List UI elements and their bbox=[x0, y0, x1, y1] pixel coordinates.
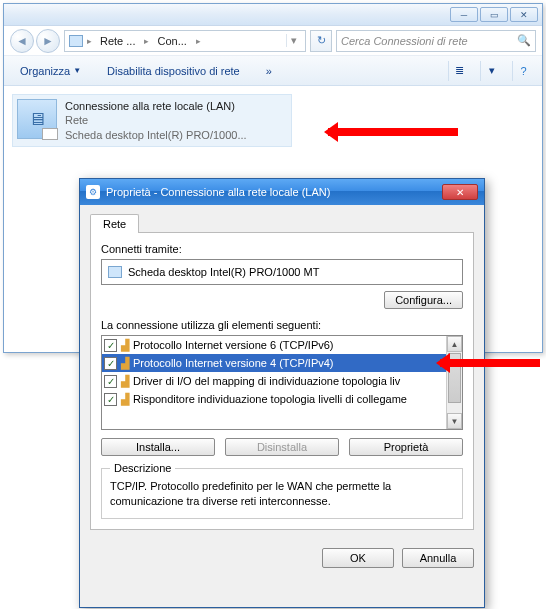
uses-label: La connessione utilizza gli elementi seg… bbox=[101, 319, 463, 331]
organize-button[interactable]: Organizza ▼ bbox=[12, 62, 89, 80]
connection-title: Connessione alla rete locale (LAN) bbox=[65, 99, 247, 113]
nav-back-forward: ◄ ► bbox=[10, 29, 60, 53]
adapter-icon bbox=[108, 266, 122, 278]
connect-via-label: Connetti tramite: bbox=[101, 243, 463, 255]
components-listbox: ✓▟Protocollo Internet versione 6 (TCP/IP… bbox=[101, 335, 463, 430]
scrollbar[interactable]: ▲ ▼ bbox=[446, 336, 462, 429]
dialog-titlebar: ⚙ Proprietà - Connessione alla rete loca… bbox=[80, 179, 484, 205]
protocol-icon: ▟ bbox=[121, 357, 129, 370]
uninstall-button: Disinstalla bbox=[225, 438, 339, 456]
chevron-right-icon: ▸ bbox=[87, 36, 92, 46]
minimize-button[interactable]: ─ bbox=[450, 7, 478, 22]
forward-button[interactable]: ► bbox=[36, 29, 60, 53]
install-button[interactable]: Installa... bbox=[101, 438, 215, 456]
network-adapter-icon: 🖥 bbox=[17, 99, 57, 139]
configure-button[interactable]: Configura... bbox=[384, 291, 463, 309]
checkbox[interactable]: ✓ bbox=[104, 339, 117, 352]
content-area: 🖥 Connessione alla rete locale (LAN) Ret… bbox=[4, 86, 542, 155]
description-label: Descrizione bbox=[110, 462, 175, 474]
connection-text: Connessione alla rete locale (LAN) Rete … bbox=[65, 99, 247, 142]
description-group: Descrizione TCP/IP. Protocollo predefini… bbox=[101, 468, 463, 519]
list-item-label: Protocollo Internet versione 6 (TCP/IPv6… bbox=[133, 339, 334, 351]
view-dropdown-icon[interactable]: ▾ bbox=[480, 61, 502, 81]
dialog-body: Rete Connetti tramite: Scheda desktop In… bbox=[80, 205, 484, 540]
adapter-box: Scheda desktop Intel(R) PRO/1000 MT bbox=[101, 259, 463, 285]
command-bar: Organizza ▼ Disabilita dispositivo di re… bbox=[4, 56, 542, 86]
tab-network[interactable]: Rete bbox=[90, 214, 139, 233]
adapter-name: Scheda desktop Intel(R) PRO/1000 MT bbox=[128, 266, 319, 278]
close-button[interactable]: ✕ bbox=[510, 7, 538, 22]
description-text: TCP/IP. Protocollo predefinito per le WA… bbox=[110, 479, 454, 510]
connection-item[interactable]: 🖥 Connessione alla rete locale (LAN) Ret… bbox=[12, 94, 292, 147]
chevron-right-icon: ▸ bbox=[144, 36, 149, 46]
back-button[interactable]: ◄ bbox=[10, 29, 34, 53]
list-item-label: Risponditore individuazione topologia li… bbox=[133, 393, 407, 405]
checkbox[interactable]: ✓ bbox=[104, 393, 117, 406]
list-item[interactable]: ✓▟Protocollo Internet versione 4 (TCP/IP… bbox=[102, 354, 446, 372]
chevron-down-icon: ▼ bbox=[73, 66, 81, 75]
annotation-arrow bbox=[440, 359, 540, 367]
protocol-icon: ▟ bbox=[121, 375, 129, 388]
scroll-down-icon[interactable]: ▼ bbox=[447, 413, 462, 429]
protocol-icon: ▟ bbox=[121, 339, 129, 352]
checkbox[interactable]: ✓ bbox=[104, 357, 117, 370]
more-commands[interactable]: » bbox=[258, 62, 280, 80]
list-item[interactable]: ✓▟Risponditore individuazione topologia … bbox=[102, 390, 446, 408]
maximize-button[interactable]: ▭ bbox=[480, 7, 508, 22]
refresh-button[interactable]: ↻ bbox=[310, 30, 332, 52]
connection-adapter: Scheda desktop Intel(R) PRO/1000... bbox=[65, 128, 247, 142]
breadcrumb-segment[interactable]: Rete ... bbox=[96, 35, 140, 47]
scroll-up-icon[interactable]: ▲ bbox=[447, 336, 462, 352]
search-placeholder: Cerca Connessioni di rete bbox=[341, 35, 468, 47]
window-titlebar: ─ ▭ ✕ bbox=[4, 4, 542, 26]
folder-icon bbox=[69, 35, 83, 47]
dialog-title-text: Proprietà - Connessione alla rete locale… bbox=[106, 186, 330, 198]
dialog-icon: ⚙ bbox=[86, 185, 100, 199]
help-icon[interactable]: ? bbox=[512, 61, 534, 81]
properties-button[interactable]: Proprietà bbox=[349, 438, 463, 456]
annotation-arrow bbox=[328, 128, 458, 136]
connection-status: Rete bbox=[65, 113, 247, 127]
dialog-footer: OK Annulla bbox=[80, 540, 484, 576]
address-bar[interactable]: ▸ Rete ... ▸ Con... ▸ ▾ bbox=[64, 30, 306, 52]
checkbox[interactable]: ✓ bbox=[104, 375, 117, 388]
address-dropdown-icon[interactable]: ▾ bbox=[286, 34, 301, 47]
chevron-right-icon: ▸ bbox=[196, 36, 201, 46]
search-icon: 🔍 bbox=[517, 34, 531, 47]
list-item[interactable]: ✓▟Driver di I/O del mapping di individua… bbox=[102, 372, 446, 390]
view-icon[interactable]: ≣ bbox=[448, 61, 470, 81]
list-item[interactable]: ✓▟Protocollo Internet versione 6 (TCP/IP… bbox=[102, 336, 446, 354]
tab-panel: Connetti tramite: Scheda desktop Intel(R… bbox=[90, 232, 474, 530]
search-input[interactable]: Cerca Connessioni di rete 🔍 bbox=[336, 30, 536, 52]
ok-button[interactable]: OK bbox=[322, 548, 394, 568]
cancel-button[interactable]: Annulla bbox=[402, 548, 474, 568]
disable-device-button[interactable]: Disabilita dispositivo di rete bbox=[99, 62, 248, 80]
list-item-label: Protocollo Internet versione 4 (TCP/IPv4… bbox=[133, 357, 334, 369]
dialog-close-button[interactable]: ✕ bbox=[442, 184, 478, 200]
breadcrumb-segment[interactable]: Con... bbox=[153, 35, 191, 47]
properties-dialog: ⚙ Proprietà - Connessione alla rete loca… bbox=[79, 178, 485, 608]
list-item-label: Driver di I/O del mapping di individuazi… bbox=[133, 375, 400, 387]
navigation-row: ◄ ► ▸ Rete ... ▸ Con... ▸ ▾ ↻ Cerca Conn… bbox=[4, 26, 542, 56]
tab-strip: Rete bbox=[90, 213, 474, 232]
protocol-icon: ▟ bbox=[121, 393, 129, 406]
